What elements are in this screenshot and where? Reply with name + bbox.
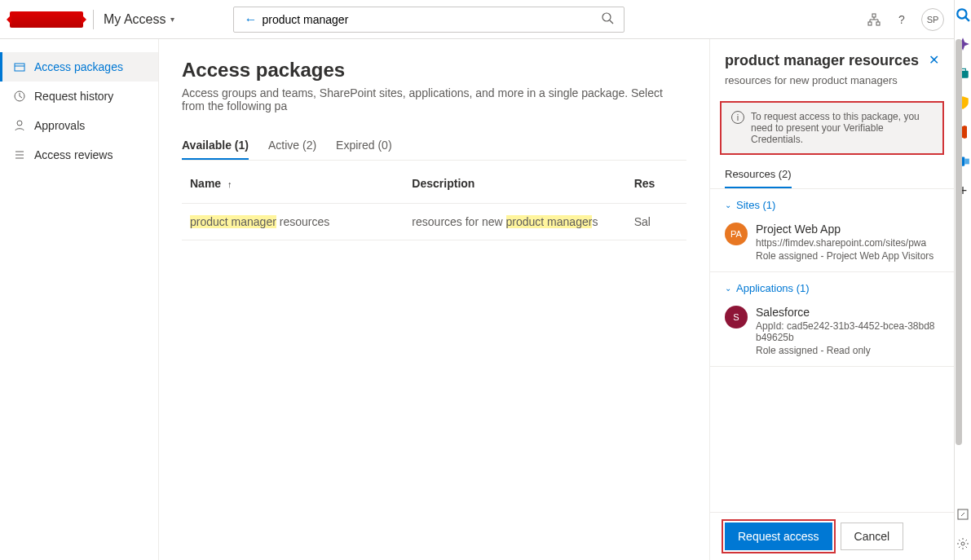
search-box[interactable]: ← [233, 7, 625, 33]
svg-rect-3 [868, 22, 872, 25]
nav-label: Request history [34, 90, 113, 103]
site-url: https://fimdev.sharepoint.com/sites/pwa [756, 237, 933, 249]
site-role: Role assigned - Project Web App Visitors [756, 250, 933, 262]
nav-request-history[interactable]: Request history [0, 82, 158, 111]
section-apps[interactable]: ⌄ Applications (1) [710, 272, 954, 299]
nav-approvals[interactable]: Approvals [0, 111, 158, 140]
left-nav: Access packages Request history Approval… [0, 39, 159, 560]
section-sites-label: Sites (1) [736, 199, 775, 211]
app-id: AppId: cad5e242-31b3-4452-bcea-38bd8b496… [756, 320, 939, 343]
header: My Access ▾ ← ? SP [0, 0, 954, 39]
cancel-button[interactable]: Cancel [841, 523, 904, 550]
svg-rect-13 [964, 159, 969, 165]
svg-line-1 [610, 20, 613, 24]
tab-active[interactable]: Active (2) [268, 132, 316, 160]
col-name[interactable]: Name ↑ [182, 164, 404, 204]
scrollbar[interactable] [956, 39, 962, 445]
highlight: product manager [190, 215, 276, 228]
cell-name-rest: resources [276, 215, 329, 228]
settings-icon[interactable] [955, 536, 971, 552]
chevron-down-icon: ▾ [170, 15, 174, 24]
request-access-button[interactable]: Request access [725, 523, 832, 550]
packages-table: Name ↑ Description Res product manager r… [182, 164, 686, 240]
svg-rect-4 [876, 22, 880, 25]
cell-name: product manager resources [182, 204, 404, 240]
chevron-down-icon: ⌄ [725, 201, 731, 209]
cell-desc-pre: resources for new [412, 215, 505, 228]
search-icon[interactable] [596, 11, 619, 27]
table-row[interactable]: product manager resources resources for … [182, 204, 686, 240]
org-logo [10, 11, 83, 28]
panel-title: product manager resources [725, 52, 919, 69]
sort-asc-icon: ↑ [227, 179, 232, 189]
site-badge: PA [725, 223, 748, 245]
highlight: product manager [506, 215, 593, 228]
approvals-icon [13, 119, 26, 132]
app-switcher[interactable]: My Access ▾ [104, 12, 174, 27]
resource-site[interactable]: PA Project Web App https://fimdev.sharep… [710, 216, 954, 272]
nav-label: Access reviews [34, 148, 113, 161]
cell-desc-post: s [592, 215, 598, 228]
svg-line-9 [965, 17, 969, 21]
col-res[interactable]: Res [626, 164, 686, 204]
svg-rect-2 [872, 14, 876, 17]
search-icon[interactable] [955, 7, 971, 23]
app-name: My Access [104, 12, 166, 27]
details-panel: product manager resources ✕ resources fo… [709, 39, 954, 560]
resource-app[interactable]: S Salesforce AppId: cad5e242-31b3-4452-b… [710, 299, 954, 367]
col-description[interactable]: Description [404, 164, 625, 204]
panel-tab-resources[interactable]: Resources (2) [725, 161, 792, 188]
cell-res: Sal [626, 204, 686, 240]
close-icon[interactable]: ✕ [929, 52, 939, 68]
nav-access-reviews[interactable]: Access reviews [0, 140, 158, 170]
expand-icon[interactable] [955, 506, 971, 523]
info-icon: i [731, 111, 744, 124]
search-input[interactable] [262, 13, 596, 26]
tab-expired[interactable]: Expired (0) [336, 132, 391, 160]
search-back-icon[interactable]: ← [239, 12, 262, 27]
main-content: Access packages Access groups and teams,… [159, 39, 709, 560]
app-name: Salesforce [756, 306, 939, 319]
site-name: Project Web App [756, 223, 933, 236]
help-icon[interactable]: ? [894, 11, 910, 28]
svg-point-8 [957, 9, 966, 18]
cell-description: resources for new product managers [404, 204, 625, 240]
app-role: Role assigned - Read only [756, 345, 939, 356]
nav-label: Approvals [34, 119, 85, 132]
svg-point-15 [961, 542, 964, 545]
divider [93, 10, 94, 29]
section-apps-label: Applications (1) [736, 282, 810, 294]
info-text: To request access to this package, you n… [751, 111, 933, 145]
org-tree-icon[interactable] [866, 11, 882, 28]
chevron-down-icon: ⌄ [725, 284, 731, 293]
col-name-label: Name [190, 177, 221, 190]
svg-point-7 [17, 121, 22, 126]
svg-point-0 [602, 13, 611, 21]
page-subtitle: Access groups and teams, SharePoint site… [182, 86, 686, 112]
tab-available[interactable]: Available (1) [182, 132, 249, 160]
history-icon [13, 90, 26, 103]
svg-rect-5 [15, 64, 24, 71]
tabs: Available (1) Active (2) Expired (0) [182, 132, 686, 161]
section-sites[interactable]: ⌄ Sites (1) [710, 189, 954, 216]
nav-label: Access packages [34, 60, 123, 73]
app-badge: S [725, 306, 748, 329]
panel-description: resources for new product managers [725, 74, 939, 86]
page-title: Access packages [182, 59, 686, 82]
reviews-icon [13, 148, 26, 161]
package-icon [13, 60, 26, 73]
avatar[interactable]: SP [921, 8, 944, 31]
info-banner: i To request access to this package, you… [720, 101, 944, 155]
nav-access-packages[interactable]: Access packages [0, 52, 158, 82]
